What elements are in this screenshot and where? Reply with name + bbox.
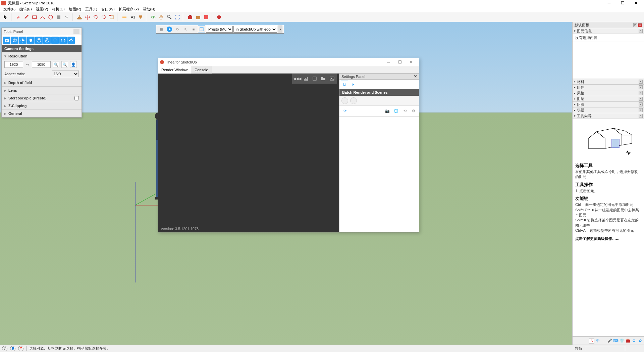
minimize-button[interactable]: ─: [602, 0, 616, 6]
tape-tool-icon[interactable]: [121, 13, 128, 21]
person-icon[interactable]: 👤: [70, 61, 77, 68]
section-x[interactable]: ×: [639, 29, 643, 33]
ruby-icon[interactable]: [215, 13, 223, 21]
rotate-tool-icon[interactable]: [92, 13, 99, 21]
diamond-icon[interactable]: [51, 37, 59, 44]
image-icon[interactable]: [328, 75, 336, 82]
reload-icon[interactable]: ⟳: [341, 108, 348, 115]
followme-tool-icon[interactable]: [100, 13, 107, 21]
sogou-icon[interactable]: S: [589, 338, 594, 344]
zoom-out-icon[interactable]: 🔍: [61, 61, 68, 68]
text-tool-icon[interactable]: A1: [129, 13, 136, 21]
folder-icon[interactable]: [320, 75, 327, 82]
aspect-ratio-select[interactable]: 16:9: [52, 71, 79, 77]
settings-panel-close[interactable]: ✕: [414, 74, 417, 79]
maximize-button[interactable]: ☐: [616, 0, 629, 6]
ime-toolbox-icon[interactable]: 🧰: [625, 338, 631, 344]
help-icon[interactable]: ?: [2, 346, 7, 351]
batch-icon[interactable]: 🗋: [341, 81, 348, 88]
stop-icon[interactable]: ■: [190, 26, 197, 33]
menu-tools[interactable]: 工具(T): [83, 6, 99, 12]
ime-punct-icon[interactable]: ，: [601, 338, 606, 344]
batch-render-header[interactable]: Batch Render and Scenes: [339, 89, 419, 96]
thea-maximize[interactable]: ☐: [394, 60, 406, 64]
menu-edit[interactable]: 编辑(E): [17, 6, 34, 12]
section-shadows[interactable]: ▸阴影×: [573, 102, 644, 107]
settings-panel-header[interactable]: Settings Panel ✕: [339, 74, 419, 80]
section-materials[interactable]: ▸材料×: [573, 79, 644, 85]
mode-select[interactable]: in SketchUp with edges: [233, 26, 277, 33]
paint-tool-icon[interactable]: [137, 13, 144, 21]
resolution-width-input[interactable]: [4, 61, 23, 68]
section-styles[interactable]: ▸风格×: [573, 90, 644, 96]
instructor-more-link[interactable]: 点击了解更多高级操作……: [575, 236, 620, 240]
render-toolbar[interactable]: ▦ ⟳ ↖ ■ Presto (MC) in SketchUp with edg…: [156, 25, 284, 34]
thea-close[interactable]: ✕: [406, 60, 417, 64]
menu-file[interactable]: 文件(F): [1, 6, 17, 12]
ime-keyboard-icon[interactable]: ⌨: [613, 338, 619, 344]
stop-circle-icon[interactable]: [350, 97, 357, 104]
link-icon[interactable]: ⇔: [24, 62, 31, 67]
dropdown-arrow-icon[interactable]: [63, 13, 70, 21]
cube-icon[interactable]: [11, 37, 18, 44]
menu-window[interactable]: 窗口(W): [99, 6, 117, 12]
viewport[interactable]: Tools Panel Camera Settings ▾Resolution: [0, 22, 644, 345]
resolution-height-input[interactable]: [32, 61, 51, 68]
histogram-icon[interactable]: [302, 75, 310, 82]
stereo-checkbox[interactable]: [74, 96, 79, 100]
rectangle-tool-icon[interactable]: [31, 13, 38, 21]
menu-extensions[interactable]: 扩展程序 (x): [117, 6, 141, 12]
ime-cn-icon[interactable]: 中: [595, 338, 600, 344]
geo-icon[interactable]: 📍: [18, 346, 23, 351]
scale-tool-icon[interactable]: [108, 13, 115, 21]
eraser-tool-icon[interactable]: [15, 13, 22, 21]
bulb-icon[interactable]: [27, 37, 35, 44]
tools-panel-header[interactable]: Tools Panel: [2, 28, 82, 35]
zoom-extents-icon[interactable]: [174, 13, 181, 21]
shape-tool-icon[interactable]: [55, 13, 62, 21]
section-zclip[interactable]: ▸Z-Clipping: [2, 102, 82, 109]
circle-tool-icon[interactable]: [47, 13, 54, 21]
camera2-icon[interactable]: 📷: [384, 108, 391, 115]
tray-header[interactable]: 默认面板 ⇱×: [573, 22, 644, 28]
orbit-tool-icon[interactable]: [150, 13, 157, 21]
extension-warehouse-icon[interactable]: [195, 13, 202, 21]
menu-draw[interactable]: 绘图(R): [67, 6, 83, 12]
menu-view[interactable]: 视图(V): [34, 6, 50, 12]
section-components[interactable]: ▸组件×: [573, 85, 644, 90]
zoom-tool-icon[interactable]: [166, 13, 173, 21]
thea-titlebar[interactable]: Thea for SketchUp ─ ☐ ✕: [158, 58, 419, 66]
gear-icon[interactable]: [67, 37, 75, 44]
ime-skin-icon[interactable]: 👕: [619, 338, 625, 344]
aperture-icon[interactable]: [43, 37, 51, 44]
layout-icon[interactable]: [203, 13, 210, 21]
section-instructor[interactable]: ▾工具向导×: [573, 113, 644, 119]
ime-settings-icon[interactable]: ⚙: [631, 338, 637, 344]
menu-help[interactable]: 帮助(H): [141, 6, 157, 12]
tray-pin-icon[interactable]: ⇱: [633, 23, 637, 27]
pan-tool-icon[interactable]: [158, 13, 165, 21]
section-stereo[interactable]: ▸Stereoscopic (Presto): [2, 94, 82, 102]
user-icon[interactable]: 👤: [10, 346, 15, 351]
select-tool-icon[interactable]: [2, 13, 9, 21]
camera-settings-header[interactable]: Camera Settings: [2, 45, 82, 52]
close-button[interactable]: ✕: [629, 0, 643, 6]
ime-mic-icon[interactable]: 🎤: [607, 338, 612, 344]
region-icon[interactable]: [198, 26, 205, 33]
grid-icon[interactable]: ▦: [158, 26, 165, 33]
section-depth-of-field[interactable]: ▸Depth of field: [2, 79, 82, 86]
tools-panel[interactable]: Tools Panel Camera Settings ▾Resolution: [1, 28, 82, 118]
tab-console[interactable]: Console: [191, 66, 212, 74]
crop-icon[interactable]: [311, 75, 318, 82]
ime-more-icon[interactable]: ✿: [637, 338, 643, 344]
tray-close-icon[interactable]: ×: [638, 23, 642, 27]
section-entity-info[interactable]: ▾图元信息×: [573, 28, 644, 34]
thea-minimize[interactable]: ─: [383, 60, 394, 64]
pushpull-tool-icon[interactable]: [76, 13, 83, 21]
code-icon[interactable]: [59, 37, 67, 44]
section-general[interactable]: ▸General: [2, 110, 82, 117]
play-icon[interactable]: [166, 26, 173, 33]
sun-icon[interactable]: [19, 37, 26, 44]
globe2-icon[interactable]: 🌐: [393, 108, 399, 115]
run-icon[interactable]: ⏵: [350, 81, 357, 88]
